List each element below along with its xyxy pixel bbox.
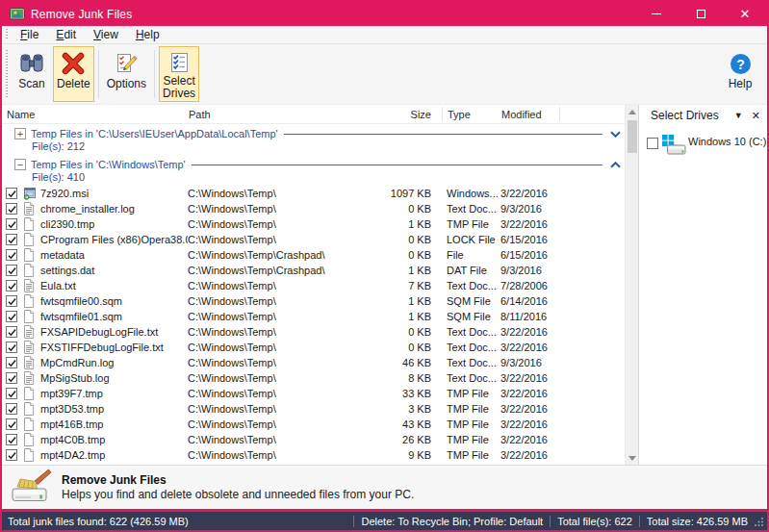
panel-dropdown-icon[interactable]: ▼	[734, 111, 743, 120]
file-checkbox[interactable]	[6, 403, 17, 415]
scrollbar-thumb[interactable]	[628, 120, 637, 153]
menu-item-view[interactable]: View	[85, 26, 127, 44]
windows-drive-icon	[661, 134, 686, 160]
file-size: 8 KB	[382, 372, 435, 384]
drives-panel-header: Select Drives ▼ ✕	[639, 105, 767, 126]
menu-item-file[interactable]: File	[12, 26, 47, 44]
file-checkbox[interactable]	[6, 418, 17, 430]
collapse-group-button[interactable]: −	[14, 159, 26, 170]
file-row[interactable]: MpSigStub.logC:\Windows\Temp\8 KBText Do…	[2, 370, 625, 386]
file-row[interactable]: settings.datC:\Windows\Temp\Crashpad\1 K…	[2, 263, 625, 278]
file-name: cli2390.tmp	[40, 218, 188, 230]
file-row[interactable]: chrome_installer.logC:\Windows\Temp\0 KB…	[2, 201, 625, 216]
file-type: TMP File	[447, 418, 500, 430]
drive-item[interactable]: Windows 10 (C:)	[639, 126, 767, 160]
file-checkbox[interactable]	[6, 280, 17, 291]
group-file-count: File(s): 410	[32, 171, 625, 184]
file-size: 3 KB	[382, 403, 435, 415]
file-path: C:\Windows\Temp\	[188, 418, 382, 430]
scan-label: Scan	[18, 78, 44, 90]
status-delete-mode: Delete: To Recycle Bin; Profile: Default	[361, 516, 543, 527]
file-row[interactable]: mpt3D53.tmpC:\Windows\Temp\3 KBTMP File3…	[2, 401, 625, 417]
chevron-up-icon[interactable]	[608, 162, 622, 168]
file-checkbox[interactable]	[6, 434, 17, 445]
column-header-modified[interactable]: Modified	[500, 109, 562, 120]
file-row[interactable]: CProgram Files (x86)Opera38.0.22...C:\Wi…	[2, 232, 625, 247]
file-row[interactable]: mpt4C0B.tmpC:\Windows\Temp\26 KBTMP File…	[2, 432, 625, 447]
app-window: Remove Junk Files ✕ FileEditViewHelp Sca…	[0, 0, 769, 532]
menu-item-help[interactable]: Help	[127, 26, 168, 44]
resize-grip[interactable]	[754, 517, 764, 529]
file-row[interactable]: mpt416B.tmpC:\Windows\Temp\43 KBTMP File…	[2, 417, 625, 432]
drive-checkbox[interactable]	[647, 138, 658, 149]
column-header-type[interactable]: Type	[447, 109, 500, 120]
title-bar: Remove Junk Files ✕	[2, 2, 767, 26]
text-document-icon	[23, 371, 40, 385]
chevron-down-icon[interactable]	[608, 131, 622, 138]
file-checkbox[interactable]	[6, 388, 17, 399]
file-row[interactable]: fwtsqmfile00.sqmC:\Windows\Temp\1 KBSQM …	[2, 293, 625, 309]
vertical-scrollbar[interactable]	[625, 105, 638, 465]
column-header-path[interactable]: Path	[188, 109, 382, 120]
file-row[interactable]: metadataC:\Windows\Temp\Crashpad\0 KBFil…	[2, 247, 625, 263]
column-header-name[interactable]: Name	[6, 109, 188, 120]
scroll-up-icon[interactable]	[626, 105, 639, 118]
file-row[interactable]: 7z920.msiC:\Windows\Temp\1097 KBWindows.…	[2, 186, 625, 201]
file-row[interactable]: FXSAPIDebugLogFile.txtC:\Windows\Temp\0 …	[2, 324, 625, 340]
maximize-button[interactable]	[679, 2, 723, 26]
close-button[interactable]: ✕	[723, 2, 767, 26]
file-checkbox[interactable]	[6, 188, 17, 199]
expand-group-button[interactable]: +	[14, 128, 26, 139]
file-path: C:\Windows\Temp\	[188, 203, 382, 215]
group-row: +Temp Files in 'C:\Users\IEUser\AppData\…	[2, 124, 625, 155]
file-checkbox[interactable]	[6, 249, 17, 261]
file-checkbox[interactable]	[6, 449, 17, 461]
options-button[interactable]: Options	[103, 46, 150, 102]
file-checkbox[interactable]	[6, 265, 17, 276]
scan-button[interactable]: Scan	[13, 46, 51, 102]
toolbar-separator	[154, 50, 155, 98]
minimize-button[interactable]	[634, 2, 679, 26]
info-title: Remove Junk Files	[62, 473, 414, 488]
scroll-down-icon[interactable]	[626, 451, 639, 465]
delete-button[interactable]: Delete	[53, 46, 94, 102]
file-size: 1 KB	[382, 311, 435, 322]
select-drives-button[interactable]: Select Drives	[159, 46, 199, 102]
file-row[interactable]: mpt39F7.tmpC:\Windows\Temp\33 KBTMP File…	[2, 386, 625, 401]
help-icon: ?	[730, 50, 752, 77]
file-checkbox[interactable]	[6, 311, 17, 322]
file-size: 0 KB	[382, 234, 435, 245]
file-checkbox[interactable]	[6, 218, 17, 230]
file-checkbox[interactable]	[6, 357, 17, 368]
menu-item-edit[interactable]: Edit	[47, 26, 85, 44]
file-row[interactable]: mpt4DA2.tmpC:\Windows\Temp\9 KBTMP File3…	[2, 447, 625, 463]
file-modified: 3/22/2016	[500, 372, 562, 384]
file-size: 1 KB	[382, 295, 435, 307]
file-checkbox[interactable]	[6, 295, 17, 307]
file-checkbox[interactable]	[6, 372, 17, 384]
file-checkbox[interactable]	[6, 326, 17, 338]
file-type: SQM File	[447, 311, 500, 322]
status-total-size: Total size: 426.59 MB	[647, 516, 748, 527]
file-row[interactable]: fwtsqmfile01.sqmC:\Windows\Temp\1 KBSQM …	[2, 309, 625, 324]
file-modified: 7/28/2006	[500, 280, 562, 291]
toolbar: Scan Delete	[2, 44, 767, 105]
file-name: mpt3D53.tmp	[40, 403, 188, 415]
panel-close-icon[interactable]: ✕	[752, 110, 760, 122]
file-checkbox[interactable]	[6, 342, 17, 353]
file-size: 46 KB	[382, 357, 435, 368]
file-path: C:\Windows\Temp\	[188, 188, 382, 199]
file-row[interactable]: cli2390.tmpC:\Windows\Temp\1 KBTMP File3…	[2, 216, 625, 232]
column-header-size[interactable]: Size	[382, 109, 435, 120]
text-document-icon	[23, 279, 40, 292]
help-button[interactable]: ? Help	[721, 46, 759, 102]
file-checkbox[interactable]	[6, 203, 17, 215]
file-path: C:\Windows\Temp\	[188, 295, 382, 307]
file-name: 7z920.msi	[40, 188, 188, 199]
file-row[interactable]: FXSTIFFDebugLogFile.txtC:\Windows\Temp\0…	[2, 340, 625, 355]
file-row[interactable]: Eula.txtC:\Windows\Temp\7 KBText Doc...7…	[2, 278, 625, 293]
file-modified: 6/15/2016	[500, 234, 562, 245]
select-drives-panel: Select Drives ▼ ✕	[638, 105, 767, 465]
file-checkbox[interactable]	[6, 234, 17, 245]
file-row[interactable]: MpCmdRun.logC:\Windows\Temp\46 KBText Do…	[2, 355, 625, 370]
